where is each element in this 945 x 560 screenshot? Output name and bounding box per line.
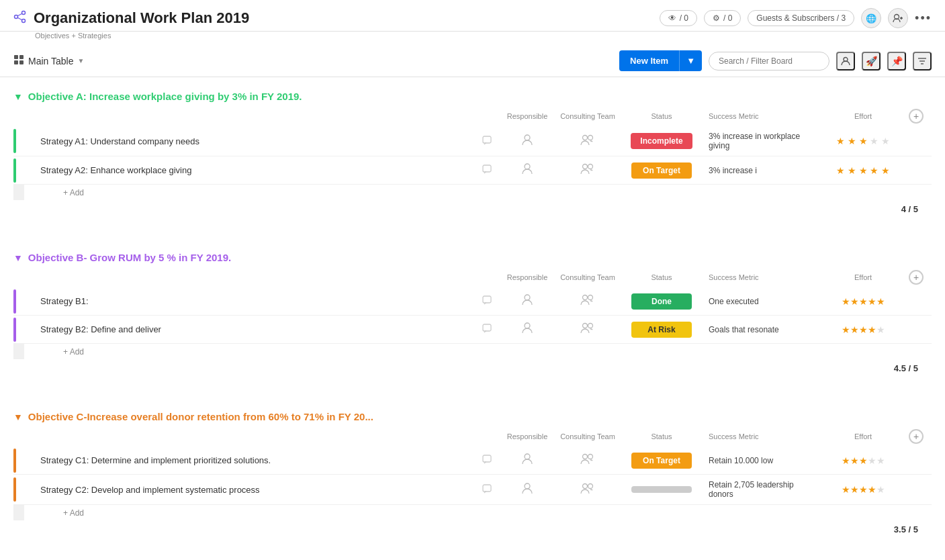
comment-icon[interactable] — [474, 316, 500, 344]
objective-table-b: Responsible Consulting Team Status Succe… — [13, 267, 932, 359]
new-item-button[interactable]: New Item — [619, 50, 679, 71]
search-input[interactable] — [709, 52, 829, 71]
strategy-name[interactable]: Strategy B2: Define and deliver — [35, 316, 474, 344]
automations-btn[interactable]: ⚙ / 0 — [704, 10, 741, 26]
add-col-btn-a[interactable]: + — [909, 109, 924, 124]
status-cell[interactable]: On Target — [621, 447, 702, 475]
responsible-icon[interactable] — [500, 156, 554, 185]
main-table-label: Main Table — [28, 56, 73, 66]
responsible-icon[interactable] — [500, 126, 554, 156]
status-cell[interactable] — [621, 475, 702, 505]
guests-btn[interactable]: Guests & Subscribers / 3 — [748, 10, 854, 26]
metric-header-c: Success Metric — [702, 426, 823, 447]
dropdown-arrow: ▼ — [77, 57, 84, 64]
add-strategy-btn-c[interactable]: + Add — [39, 508, 84, 518]
add-col-btn-b[interactable]: + — [909, 270, 924, 285]
strategy-name[interactable]: Strategy C1: Determine and implement pri… — [35, 447, 474, 475]
responsible-icon[interactable] — [500, 475, 554, 505]
status-badge: At Risk — [631, 322, 692, 338]
metric-cell: 3% increase in workplace giving — [702, 126, 823, 156]
objective-section-a: ▼ Objective A: Increase workplace giving… — [13, 91, 932, 218]
new-item-wrap: New Item ▼ — [619, 50, 702, 71]
objective-title-b[interactable]: Objective B- Grow RUM by 5 % in FY 2019. — [28, 252, 231, 263]
add-user-icon-btn[interactable] — [888, 8, 908, 28]
svg-line-3 — [17, 13, 22, 16]
svg-point-17 — [525, 135, 530, 140]
pin-icon-btn[interactable]: 📌 — [887, 52, 906, 71]
svg-rect-32 — [483, 455, 491, 462]
star-4: ★ — [870, 165, 879, 176]
svg-point-19 — [588, 135, 593, 140]
strategy-name[interactable]: Strategy A2: Enhance workplace giving — [35, 156, 474, 185]
row-bar — [13, 126, 24, 156]
new-item-dropdown-btn[interactable]: ▼ — [679, 50, 702, 71]
responsible-icon[interactable] — [500, 287, 554, 316]
strategy-name[interactable]: Strategy A1: Understand company needs — [35, 126, 474, 156]
add-row-b: + Add — [13, 344, 932, 360]
consulting-icon[interactable] — [554, 475, 621, 505]
strategy-name[interactable]: Strategy C2: Develop and implement syste… — [35, 475, 474, 505]
objective-title-c[interactable]: Objective C-Increase overall donor reten… — [28, 411, 373, 422]
add-col-btn-c[interactable]: + — [909, 429, 924, 444]
star-3: ★ — [859, 136, 868, 146]
collapse-btn-b[interactable]: ▼ — [13, 252, 23, 263]
main-table-btn[interactable]: Main Table ▼ — [13, 54, 84, 67]
svg-rect-20 — [483, 165, 491, 172]
responsible-header-c: Responsible — [500, 426, 554, 447]
collapse-btn-a[interactable]: ▼ — [13, 91, 23, 102]
main-content: ▼ Objective A: Increase workplace giving… — [0, 77, 945, 559]
score-value-c: 3.5 / 5 — [894, 524, 918, 534]
svg-rect-10 — [14, 60, 18, 64]
comment-icon[interactable] — [474, 287, 500, 316]
strategy-name[interactable]: Strategy B1: — [35, 287, 474, 316]
status-cell[interactable]: On Target — [621, 156, 702, 185]
svg-point-39 — [588, 483, 593, 488]
objective-title-a[interactable]: Objective A: Increase workplace giving b… — [28, 91, 302, 102]
comment-icon[interactable] — [474, 126, 500, 156]
status-cell[interactable]: Done — [621, 287, 702, 316]
objective-section-c: ▼ Objective C-Increase overall donor ret… — [13, 411, 932, 539]
more-btn[interactable]: ••• — [915, 11, 932, 26]
status-cell[interactable]: Incomplete — [621, 126, 702, 156]
filter-icon-btn[interactable] — [913, 52, 932, 71]
metric-cell: 3% increase i — [702, 156, 823, 185]
table-row: Strategy C1: Determine and implement pri… — [13, 447, 932, 475]
consulting-icon[interactable] — [554, 156, 621, 185]
consulting-icon[interactable] — [554, 287, 621, 316]
status-header-b: Status — [621, 267, 702, 287]
stars-cell: ★★★★★ — [823, 475, 903, 505]
effort-header-b: Effort — [823, 267, 903, 287]
top-header: Organizational Work Plan 2019 👁 / 0 ⚙ / … — [0, 0, 945, 32]
consulting-header-c: Consulting Team — [554, 426, 621, 447]
status-badge: On Target — [631, 162, 692, 179]
comment-icon[interactable] — [474, 475, 500, 505]
share-icon[interactable] — [13, 10, 27, 27]
add-strategy-btn-a[interactable]: + Add — [39, 188, 84, 197]
views-btn[interactable]: 👁 / 0 — [660, 10, 697, 26]
globe-icon-btn[interactable]: 🌐 — [861, 8, 881, 28]
row-bar — [13, 475, 24, 505]
metric-header-a: Success Metric — [702, 106, 823, 126]
consulting-icon[interactable] — [554, 316, 621, 344]
status-badge: On Target — [631, 453, 692, 469]
grid-icon — [13, 54, 24, 67]
rocket-icon-btn[interactable]: 🚀 — [862, 52, 881, 71]
consulting-icon[interactable] — [554, 126, 621, 156]
stars-cell: ★ ★ ★ ★ ★ — [823, 126, 903, 156]
effort-header-c: Effort — [823, 426, 903, 447]
comment-icon[interactable] — [474, 447, 500, 475]
responsible-icon[interactable] — [500, 316, 554, 344]
comment-icon[interactable] — [474, 156, 500, 185]
responsible-icon[interactable] — [500, 447, 554, 475]
status-cell[interactable]: At Risk — [621, 316, 702, 344]
svg-rect-28 — [483, 324, 491, 331]
add-strategy-btn-b[interactable]: + Add — [39, 347, 84, 357]
svg-rect-9 — [19, 55, 24, 59]
collapse-btn-c[interactable]: ▼ — [13, 412, 23, 422]
metric-cell: Goals that resonate — [702, 316, 823, 344]
row-bar — [13, 447, 24, 475]
svg-rect-11 — [19, 60, 24, 64]
consulting-icon[interactable] — [554, 447, 621, 475]
table-row: Strategy A1: Understand company needs — [13, 126, 932, 156]
person-icon-btn[interactable] — [836, 52, 855, 71]
